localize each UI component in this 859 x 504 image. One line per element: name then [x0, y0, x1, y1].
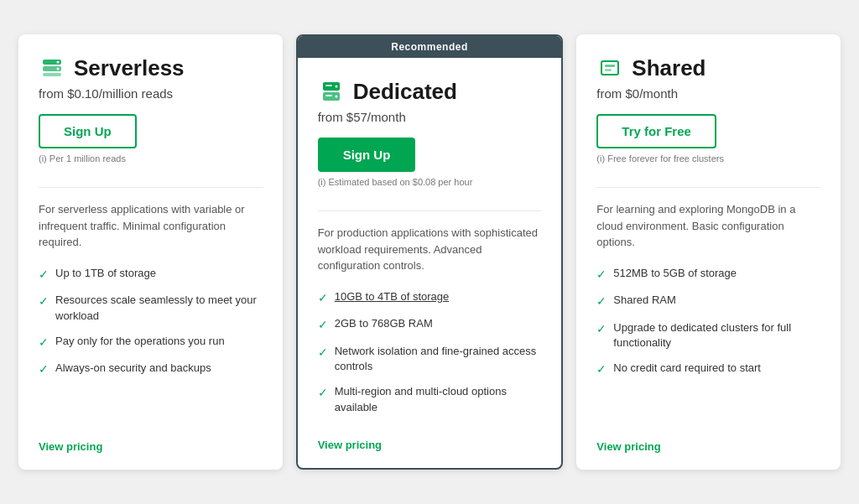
feature-text: Network isolation and fine-grained acces… [335, 344, 542, 374]
svg-rect-11 [601, 61, 618, 75]
feature-text: Multi-region and multi-cloud options ava… [335, 384, 542, 414]
plan-header-dedicated: Dedicated [318, 78, 542, 105]
check-icon: ✓ [596, 361, 607, 378]
plan-description-shared: For learning and exploring MongoDB in a … [596, 201, 820, 251]
plan-divider-shared [596, 187, 820, 188]
feature-text: Resources scale seamlessly to meet your … [55, 293, 263, 323]
plan-note-shared: (i) Free forever for free clusters [596, 153, 820, 164]
check-icon: ✓ [318, 290, 328, 307]
svg-point-4 [57, 68, 60, 70]
plan-header-shared: Shared [596, 55, 820, 81]
plan-card-dedicated: Recommended Dedicatedfrom $57/monthSign … [296, 34, 564, 469]
feature-text: Up to 1TB of storage [55, 266, 156, 281]
plan-body-shared: Sharedfrom $0/monthTry for Free(i) Free … [576, 34, 841, 469]
plan-features-serverless: ✓ Up to 1TB of storage ✓ Resources scale… [39, 266, 263, 427]
feature-item: ✓ No credit card required to start [596, 361, 820, 378]
plan-price-serverless: from $0.10/million reads [39, 86, 263, 101]
check-icon: ✓ [39, 267, 49, 283]
svg-rect-12 [605, 65, 615, 67]
svg-rect-9 [325, 85, 332, 86]
feature-text: No credit card required to start [613, 361, 761, 376]
view-pricing-link-serverless[interactable]: View pricing [39, 440, 263, 453]
feature-item: ✓ Upgrade to dedicated clusters for full… [596, 320, 820, 351]
plan-description-dedicated: For production applications with sophist… [318, 225, 542, 274]
feature-text: 512MB to 5GB of storage [613, 266, 737, 281]
check-icon: ✓ [596, 294, 607, 310]
check-icon: ✓ [39, 294, 49, 310]
feature-item: ✓ Up to 1TB of storage [39, 266, 263, 283]
plan-features-shared: ✓ 512MB to 5GB of storage ✓ Shared RAM ✓… [596, 266, 820, 427]
plan-description-serverless: For serverless applications with variabl… [39, 201, 263, 251]
plan-card-shared: Sharedfrom $0/monthTry for Free(i) Free … [576, 34, 841, 469]
plan-card-serverless: Serverlessfrom $0.10/million readsSign U… [18, 34, 283, 469]
feature-item: ✓ Always-on security and backups [39, 361, 263, 378]
feature-item: ✓ Resources scale seamlessly to meet you… [39, 293, 263, 323]
check-icon: ✓ [596, 267, 607, 283]
try-button-shared[interactable]: Try for Free [596, 114, 716, 148]
plan-price-dedicated: from $57/month [318, 110, 542, 124]
check-icon: ✓ [39, 361, 49, 378]
check-icon: ✓ [318, 345, 328, 361]
feature-item: ✓ Pay only for the operations you run [39, 334, 263, 351]
plan-divider-serverless [39, 187, 263, 188]
feature-item: ✓ 10GB to 4TB of storage [318, 289, 542, 307]
feature-item: ✓ Shared RAM [596, 293, 820, 310]
check-icon: ✓ [318, 385, 328, 402]
plan-body-dedicated: Dedicatedfrom $57/monthSign Up(i) Estima… [298, 58, 562, 467]
feature-text: Shared RAM [613, 293, 675, 308]
svg-point-3 [57, 61, 60, 64]
svg-rect-10 [325, 95, 332, 96]
feature-item: ✓ 512MB to 5GB of storage [596, 266, 820, 283]
plan-title-shared: Shared [632, 55, 705, 81]
view-pricing-link-dedicated[interactable]: View pricing [318, 439, 542, 451]
shared-icon [596, 55, 623, 81]
check-icon: ✓ [318, 317, 328, 334]
feature-text: Pay only for the operations you run [55, 334, 225, 349]
pricing-container: Serverlessfrom $0.10/million readsSign U… [18, 34, 841, 469]
svg-rect-13 [605, 69, 612, 71]
view-pricing-link-shared[interactable]: View pricing [596, 440, 820, 453]
feature-text: Upgrade to dedicated clusters for full f… [613, 320, 820, 351]
check-icon: ✓ [39, 335, 49, 351]
plan-features-dedicated: ✓ 10GB to 4TB of storage ✓ 2GB to 768GB … [318, 289, 542, 425]
feature-text: 2GB to 768GB RAM [335, 316, 433, 331]
svg-point-7 [335, 86, 337, 88]
svg-point-8 [335, 96, 337, 98]
plan-title-serverless: Serverless [74, 55, 185, 81]
plan-header-serverless: Serverless [39, 55, 263, 81]
feature-text: 10GB to 4TB of storage [335, 289, 450, 304]
signup-button-dedicated[interactable]: Sign Up [318, 138, 416, 172]
svg-rect-2 [43, 73, 61, 76]
feature-text: Always-on security and backups [55, 361, 211, 376]
dedicated-icon [318, 78, 345, 105]
signup-button-serverless[interactable]: Sign Up [39, 114, 137, 148]
check-icon: ✓ [596, 321, 607, 338]
plan-divider-dedicated [318, 210, 542, 211]
serverless-icon [39, 55, 65, 81]
recommended-badge: Recommended [298, 36, 562, 58]
plan-note-serverless: (i) Per 1 million reads [39, 153, 263, 164]
plan-price-shared: from $0/month [596, 86, 820, 101]
feature-item: ✓ 2GB to 768GB RAM [318, 316, 542, 334]
feature-item: ✓ Network isolation and fine-grained acc… [318, 344, 542, 374]
plan-body-serverless: Serverlessfrom $0.10/million readsSign U… [18, 34, 283, 469]
feature-item: ✓ Multi-region and multi-cloud options a… [318, 384, 542, 414]
plan-note-dedicated: (i) Estimated based on $0.08 per hour [318, 177, 542, 187]
plan-title-dedicated: Dedicated [353, 79, 457, 105]
